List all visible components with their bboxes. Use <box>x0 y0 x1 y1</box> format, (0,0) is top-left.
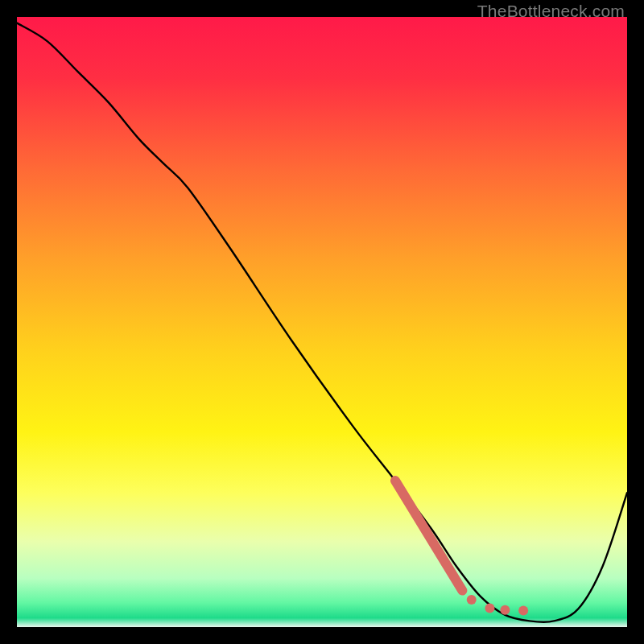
gradient-background <box>17 17 627 627</box>
chart-frame <box>17 17 627 627</box>
highlight-dot <box>500 605 510 615</box>
highlight-dot <box>485 604 494 613</box>
watermark-text: TheBottleneck.com <box>477 2 625 21</box>
chart-svg <box>17 17 627 627</box>
highlight-dot <box>467 595 477 605</box>
highlight-dot <box>518 606 528 616</box>
